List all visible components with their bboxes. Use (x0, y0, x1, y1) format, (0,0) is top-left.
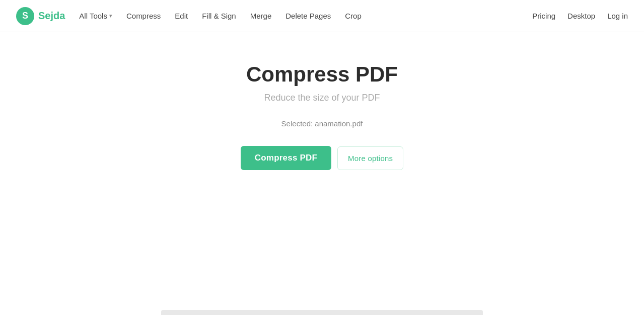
compress-pdf-button[interactable]: Compress PDF (241, 146, 331, 170)
nav-item-merge[interactable]: Merge (250, 12, 272, 20)
chevron-down-icon: ▾ (109, 13, 112, 19)
page-subtitle: Reduce the size of your PDF (264, 93, 380, 103)
header: S Sejda All Tools ▾ Compress Edit Fill &… (0, 0, 644, 32)
bottom-bar-decoration (161, 310, 483, 315)
nav-item-all-tools[interactable]: All Tools ▾ (79, 12, 112, 20)
nav-label-desktop: Desktop (567, 12, 595, 20)
nav-label-pricing: Pricing (532, 12, 555, 20)
nav-item-login[interactable]: Log in (607, 12, 628, 20)
nav-label-merge: Merge (250, 12, 272, 20)
nav-label-login: Log in (607, 12, 628, 20)
nav-item-fill-sign[interactable]: Fill & Sign (202, 12, 236, 20)
nav-item-desktop[interactable]: Desktop (567, 12, 595, 20)
logo-text: Sejda (38, 10, 65, 22)
logo-icon-letter: S (22, 11, 28, 21)
main-content: Compress PDF Reduce the size of your PDF… (0, 32, 644, 170)
nav-label-fill-sign: Fill & Sign (202, 12, 236, 20)
nav-left: S Sejda All Tools ▾ Compress Edit Fill &… (16, 7, 362, 25)
nav-label-crop: Crop (345, 12, 362, 20)
page-title: Compress PDF (246, 62, 398, 87)
nav-item-pricing[interactable]: Pricing (532, 12, 555, 20)
nav-label-all-tools: All Tools (79, 12, 107, 20)
nav-label-compress: Compress (126, 12, 161, 20)
selected-file-label: Selected: anamation.pdf (281, 119, 363, 128)
nav-right: Pricing Desktop Log in (532, 12, 628, 20)
nav-item-crop[interactable]: Crop (345, 12, 362, 20)
nav-item-edit[interactable]: Edit (175, 12, 188, 20)
logo-icon: S (16, 7, 34, 25)
nav-item-delete-pages[interactable]: Delete Pages (285, 12, 331, 20)
nav-item-compress[interactable]: Compress (126, 12, 161, 20)
nav-label-edit: Edit (175, 12, 188, 20)
action-row: Compress PDF More options (241, 146, 403, 170)
logo-link[interactable]: S Sejda (16, 7, 65, 25)
more-options-button[interactable]: More options (337, 146, 403, 170)
nav-label-delete-pages: Delete Pages (285, 12, 331, 20)
